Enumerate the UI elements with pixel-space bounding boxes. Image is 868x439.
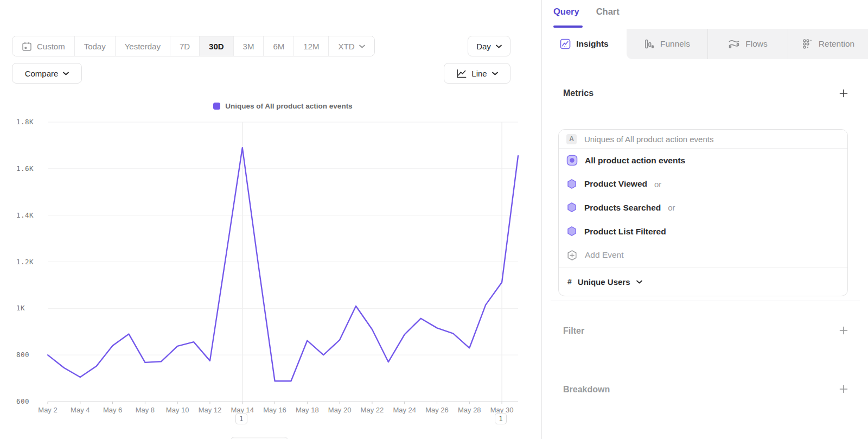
metric-card-header[interactable]: A Uniques of All product action events [559, 130, 847, 149]
range-3m[interactable]: 3M [234, 36, 264, 56]
cutoff-annotation-box[interactable] [231, 437, 288, 439]
event-hexagon-icon [566, 179, 577, 190]
tab-label: Flows [745, 39, 767, 49]
calendar-icon [22, 41, 32, 52]
x-axis-label: May 28 [452, 406, 487, 414]
number-sign-icon: # [567, 277, 572, 286]
event-name: Product Viewed [584, 179, 647, 189]
x-axis-label: May 22 [355, 406, 390, 414]
x-axis-label: May 6 [95, 406, 130, 414]
insights-chart-icon [560, 39, 571, 49]
range-label: 12M [303, 42, 319, 51]
series-line[interactable] [48, 148, 518, 381]
x-axis-label: May 12 [193, 406, 227, 414]
chart-pane: 6008001K1.2K1.4K1.6K1.8KMay 2May 4May 6M… [0, 0, 541, 439]
event-row-product-list-filtered[interactable]: Product List Filtered [559, 220, 847, 244]
event-list: All product action events Product Viewed… [559, 149, 847, 267]
range-label: Today [84, 42, 106, 51]
date-range-selector: Custom Today Yesterday 7D 30D 3M 6M 12M … [12, 36, 375, 56]
event-name: Product List Filtered [584, 227, 666, 237]
chart-type-dropdown[interactable]: Line [444, 63, 510, 84]
range-label: 6M [273, 42, 284, 51]
range-xtd[interactable]: XTD [329, 36, 374, 56]
event-hexagon-icon [566, 226, 577, 237]
compare-label: Compare [25, 69, 59, 78]
add-event-hexagon-plus-icon [566, 250, 578, 261]
chart-legend[interactable]: Uniques of All product action events [48, 102, 518, 110]
measurement-selector[interactable]: # Unique Users [559, 267, 847, 296]
retention-dots-icon [802, 39, 813, 49]
tab-query[interactable]: Query [553, 7, 579, 17]
add-event-label: Add Event [585, 250, 624, 260]
chevron-down-icon [359, 44, 365, 48]
chevron-down-icon [496, 44, 502, 48]
range-custom[interactable]: Custom [12, 36, 75, 56]
flows-wave-icon [728, 39, 740, 49]
range-label: Custom [37, 42, 65, 51]
add-filter-button[interactable] [839, 326, 848, 335]
tab-flows[interactable]: Flows [707, 29, 788, 59]
active-tab-underline [553, 26, 583, 28]
x-axis-label: May 16 [258, 406, 292, 414]
tab-label: Funnels [660, 39, 690, 49]
x-axis-label: May 2 [30, 406, 65, 414]
y-axis-label: 600 [16, 397, 44, 406]
compare-dropdown[interactable]: Compare [12, 63, 82, 84]
event-row-all-product-action-events[interactable]: All product action events [559, 149, 847, 173]
metric-badge: A [566, 134, 577, 144]
funnels-bars-icon [644, 39, 655, 49]
legend-series-label: Uniques of All product action events [225, 102, 352, 110]
range-label: Yesterday [125, 42, 161, 51]
y-axis-label: 1.8K [16, 118, 44, 126]
x-axis-label: May 10 [160, 406, 195, 414]
event-name: All product action events [585, 156, 685, 166]
range-30d[interactable]: 30D [200, 36, 234, 56]
granularity-label: Day [476, 42, 491, 51]
add-metric-button[interactable] [839, 89, 848, 98]
custom-event-icon [566, 155, 578, 166]
range-6m[interactable]: 6M [264, 36, 294, 56]
range-label: 3M [243, 42, 254, 51]
tab-retention[interactable]: Retention [788, 29, 868, 59]
event-operator: or [654, 180, 661, 189]
line-chart-icon [456, 69, 467, 78]
y-axis-label: 1K [16, 304, 44, 313]
event-name: Products Searched [584, 203, 661, 213]
section-divider [551, 301, 860, 301]
x-axis-label: May 8 [127, 406, 162, 414]
metrics-section-title: Metrics [563, 88, 593, 98]
report-type-tabs: Insights Funnels Flows [542, 29, 868, 59]
granularity-dropdown[interactable]: Day [468, 36, 510, 56]
tab-label: Retention [819, 39, 854, 49]
tab-chart[interactable]: Chart [596, 7, 620, 17]
annotation-badge[interactable]: 1 [495, 413, 507, 424]
breakdown-section-title: Breakdown [563, 385, 610, 395]
query-panel: Query Chart Insights [541, 0, 868, 439]
range-label: 30D [209, 42, 224, 51]
range-today[interactable]: Today [75, 36, 116, 56]
range-yesterday[interactable]: Yesterday [116, 36, 170, 56]
annotation-badge[interactable]: 1 [235, 413, 247, 424]
chevron-down-icon [492, 72, 498, 75]
add-event-button[interactable]: Add Event [559, 243, 847, 267]
event-row-products-searched[interactable]: Products Searched or [559, 196, 847, 220]
add-breakdown-button[interactable] [839, 385, 848, 393]
event-hexagon-icon [566, 202, 577, 213]
range-label: XTD [338, 42, 354, 51]
x-axis-label: May 20 [322, 406, 357, 414]
chevron-down-icon [63, 72, 69, 75]
x-axis-label: May 24 [387, 406, 422, 414]
tab-label: Insights [576, 39, 608, 49]
range-12m[interactable]: 12M [294, 36, 329, 56]
metric-card-title: Uniques of All product action events [584, 135, 713, 144]
tab-insights[interactable]: Insights [542, 29, 627, 59]
chevron-down-icon [636, 280, 642, 284]
y-axis-label: 1.6K [16, 164, 44, 173]
range-label: 7D [180, 42, 190, 51]
panel-view-tabs: Query Chart [553, 7, 620, 17]
event-row-product-viewed[interactable]: Product Viewed or [559, 173, 847, 196]
tab-funnels[interactable]: Funnels [627, 29, 707, 59]
range-7d[interactable]: 7D [170, 36, 200, 56]
x-axis-label: May 18 [290, 406, 324, 414]
filter-section-title: Filter [563, 326, 584, 336]
